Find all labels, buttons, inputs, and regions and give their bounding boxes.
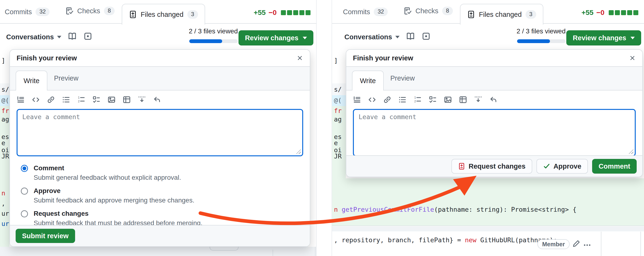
close-button[interactable] [629,55,636,61]
review-changes-label: Review changes [245,34,298,42]
tab-checks[interactable]: Checks 8 [404,7,453,15]
book-icon [406,32,415,41]
link-icon[interactable] [47,96,55,104]
display-options-button[interactable] [83,32,92,41]
task-list-icon[interactable] [92,96,100,104]
table-icon[interactable] [123,96,131,104]
files-viewed-status: 2 / 3 files viewed [189,28,238,35]
insert-dropdown-icon[interactable] [138,96,146,104]
code-fragment: n [2,190,5,197]
commits-count-badge: 32 [36,8,50,16]
rich-diff-button[interactable] [68,32,77,41]
member-badge: Member [538,239,570,249]
tab-commits[interactable]: Commits 32 [5,8,50,16]
comment-textarea[interactable] [353,109,636,156]
file-diff-icon [467,10,475,18]
link-icon[interactable] [383,96,391,104]
review-changes-button[interactable]: Review changes [238,30,313,46]
rich-diff-button[interactable] [406,32,415,41]
option-request-changes[interactable]: Request changes Submit feedback that mus… [16,210,303,227]
conversations-label: Conversations [344,33,392,41]
checks-count-badge: 8 [442,7,453,15]
background-notch [210,247,238,250]
code-fragment: s/ [334,86,342,93]
saved-replies-icon[interactable] [153,96,161,104]
code-icon[interactable] [368,96,376,104]
quote-icon[interactable] [353,96,361,104]
conversations-dropdown[interactable]: Conversations [344,33,400,41]
option-approve[interactable]: Approve Submit feedback and approve merg… [16,187,303,204]
diff-toolbar-row: Conversations 2 / 3 files viewed Review … [332,24,644,49]
comment-box [16,109,303,156]
tab-files-changed[interactable]: Files changed 3 [460,4,543,25]
tab-preview[interactable]: Preview [390,74,415,82]
diff-background-fragments: ] s/ @( fr ag es e oi JR n , ur ur [0,0,10,256]
image-icon[interactable] [444,96,452,104]
deletions-count: −0 [268,8,277,16]
dialog-title: Finish your review [16,54,77,62]
tab-write[interactable]: Write [352,70,384,90]
comment-textarea[interactable] [16,109,303,156]
approve-button[interactable]: Approve [536,159,588,174]
code-fragment: ur [2,220,9,227]
editor-tab-bar: Write Preview [346,67,642,90]
review-changes-button[interactable]: Review changes [566,30,641,46]
pr-tab-bar: Commits 32 Checks 8 Files changed 3 +55 … [332,0,644,24]
radio-request-changes[interactable] [21,210,28,218]
background-divider [315,247,316,256]
chevron-down-icon [303,37,307,39]
table-icon[interactable] [459,96,467,104]
diffstat: +55 −0 [582,8,638,16]
file-diff-icon [458,163,465,170]
tab-preview[interactable]: Preview [54,74,78,82]
background-divider [640,232,641,256]
numbered-list-icon[interactable] [414,96,422,104]
bullet-list-icon[interactable] [62,96,70,104]
chevron-down-icon [57,36,61,38]
request-changes-button[interactable]: Request changes [452,159,532,174]
tab-commits[interactable]: Commits 32 [343,8,388,16]
insert-dropdown-icon[interactable] [474,96,482,104]
finish-review-dialog: Finish your review Write Preview [346,49,643,177]
conversations-label: Conversations [6,33,54,41]
saved-replies-icon[interactable] [489,96,498,104]
markdown-toolbar [16,94,303,106]
option-comment[interactable]: Comment Submit general feedback without … [16,164,303,182]
files-viewed-progressbar [189,39,238,43]
tab-write[interactable]: Write [16,70,47,90]
finish-review-dialog: Finish your review Write Preview [10,49,310,247]
tab-label: Files changed [479,11,522,18]
comment-options-button[interactable] [583,241,591,249]
code-fragment: JR [2,152,9,160]
page-background-band [332,227,644,231]
tab-checks[interactable]: Checks 8 [65,7,115,15]
comment-box [353,109,636,156]
quote-icon[interactable] [16,96,25,104]
bullet-list-icon[interactable] [398,96,406,104]
code-fragment: JR [334,152,342,160]
diffstat-blocks [281,10,310,15]
task-list-icon[interactable] [429,96,437,104]
option-description: Submit feedback and approve merging thes… [34,196,303,204]
tab-files-changed[interactable]: Files changed 3 [122,4,205,25]
code-fragment: @( [2,96,9,104]
edit-comment-button[interactable] [572,240,580,248]
close-button[interactable] [296,55,303,61]
code-fragment: ] [2,57,5,64]
diffstat: +55 −0 [254,8,310,16]
approve-label: Approve [554,162,582,170]
comment-button[interactable]: Comment [592,159,637,174]
radio-approve[interactable] [21,188,28,195]
commits-count-badge: 32 [374,8,388,16]
radio-comment[interactable] [21,165,28,172]
numbered-list-icon[interactable] [77,96,85,104]
submit-review-button[interactable]: Submit review [16,229,75,243]
conversations-dropdown[interactable]: Conversations [6,33,61,41]
diff-toolbar-row: Conversations 2 / 3 files viewed Review … [0,24,316,49]
display-options-button[interactable] [422,32,430,41]
image-icon[interactable] [108,96,116,104]
additions-count: +55 [582,8,594,16]
code-icon[interactable] [32,96,40,104]
checks-count-badge: 8 [104,7,115,15]
review-changes-label: Review changes [573,34,626,42]
